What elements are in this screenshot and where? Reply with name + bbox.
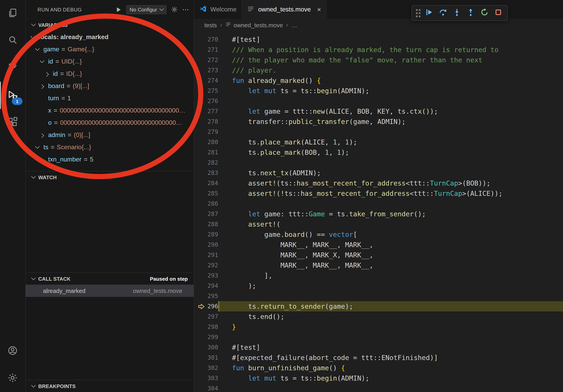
line-number[interactable]: 302 xyxy=(194,363,218,373)
activity-item-source-control[interactable] xyxy=(0,54,25,82)
code-line-282[interactable]: 282 xyxy=(194,157,563,168)
code-line-276[interactable]: 276 xyxy=(194,96,563,106)
line-number[interactable]: 298 xyxy=(194,322,218,332)
code-line-299[interactable]: 299 xyxy=(194,332,563,342)
breadcrumb-item-3[interactable]: … xyxy=(291,22,297,28)
chevron-down-icon[interactable] xyxy=(36,145,43,149)
line-number[interactable]: 274 xyxy=(194,75,218,86)
code-text[interactable]: MARK__, MARK__, MARK__, xyxy=(218,240,563,250)
code-line-281[interactable]: 281 ts.place_mark(BOB, 1, 1); xyxy=(194,147,563,157)
debug-config-dropdown[interactable]: No Configur xyxy=(126,5,166,14)
code-line-280[interactable]: 280 ts.place_mark(ALICE, 1, 1); xyxy=(194,137,563,147)
code-line-270[interactable]: 270#[test] xyxy=(194,34,563,45)
code-line-301[interactable]: 301#[expected_failure(abort_code = ttt::… xyxy=(194,353,563,363)
code-text[interactable]: ); xyxy=(218,281,563,291)
breadcrumb-item-1[interactable]: tests xyxy=(204,22,217,28)
code-text[interactable]: #[test] xyxy=(218,34,563,45)
code-text[interactable]: ts.place_mark(ALICE, 1, 1); xyxy=(218,137,563,147)
code-text[interactable]: assert!(ts::has_most_recent_for_address<… xyxy=(218,178,563,188)
code-text[interactable]: let game: ttt::Game = ts.take_from_sende… xyxy=(218,209,563,219)
variable-row-x[interactable]: x=0000000000000000000000000000000000… xyxy=(25,104,194,117)
code-text[interactable] xyxy=(218,383,563,392)
line-number[interactable]: 304 xyxy=(194,383,218,392)
step-into-button[interactable] xyxy=(450,7,463,19)
variable-row-game[interactable]: game=Game{...} xyxy=(25,43,194,55)
line-number[interactable]: 297 xyxy=(194,312,218,322)
code-text[interactable]: MARK__, MARK_X, MARK__, xyxy=(218,250,563,260)
code-text[interactable]: fun already_marked() { xyxy=(218,75,563,86)
code-line-283[interactable]: 283 ts.next_tx(ADMIN); xyxy=(194,168,563,178)
breadcrumb-item-2[interactable]: owned_tests.move xyxy=(225,21,283,28)
line-number[interactable]: 278 xyxy=(194,117,218,127)
more-actions-icon[interactable]: ⋯ xyxy=(182,6,189,13)
line-number[interactable]: 303 xyxy=(194,373,218,383)
code-line-291[interactable]: 291 MARK__, MARK_X, MARK__, xyxy=(194,250,563,260)
variable-row-o[interactable]: o=000000000000000000000000000000000… xyxy=(25,117,194,129)
line-number[interactable]: 299 xyxy=(194,332,218,342)
debug-toolbar-gripper[interactable] xyxy=(415,8,422,18)
line-number[interactable]: 280 xyxy=(194,137,218,147)
code-line-298[interactable]: 298} xyxy=(194,322,563,332)
code-line-285[interactable]: 285 assert!(!ts::has_most_recent_for_add… xyxy=(194,188,563,198)
restart-button[interactable] xyxy=(478,7,491,19)
code-text[interactable]: transfer::public_transfer(game, ADMIN); xyxy=(218,117,563,127)
code-line-292[interactable]: 292 MARK__, MARK__, MARK__, xyxy=(194,260,563,270)
code-text[interactable] xyxy=(218,157,563,168)
code-line-293[interactable]: 293 ], xyxy=(194,270,563,281)
variable-row-id[interactable]: id=ID{...} xyxy=(25,67,194,80)
breakpoints-section-header[interactable]: BREAKPOINTS xyxy=(25,380,194,392)
variable-row-id[interactable]: id=UID{...} xyxy=(25,55,194,67)
line-number[interactable]: 270 xyxy=(194,34,218,45)
code-text[interactable]: #[expected_failure(abort_code = ttt::ENo… xyxy=(218,353,563,363)
call-stack-section-header[interactable]: CALL STACK Paused on step xyxy=(25,272,194,285)
line-number[interactable]: 281 xyxy=(194,147,218,157)
stop-button[interactable] xyxy=(492,7,505,19)
chevron-right-icon[interactable] xyxy=(40,84,48,87)
activity-item-run-debug[interactable]: 1 xyxy=(0,82,25,109)
line-number[interactable]: 294 xyxy=(194,281,218,291)
step-over-button[interactable] xyxy=(436,7,449,19)
line-number[interactable]: 277 xyxy=(194,106,218,117)
code-line-272[interactable]: 272/// the player who made the "false" m… xyxy=(194,55,563,65)
code-text[interactable]: ts.end(); xyxy=(218,312,563,322)
line-number[interactable]: 273 xyxy=(194,65,218,75)
line-number[interactable]: 295 xyxy=(194,291,218,301)
code-line-300[interactable]: 300#[test] xyxy=(194,342,563,353)
variable-row-admin[interactable]: admin=(0)[...] xyxy=(25,129,194,141)
debug-settings-gear-icon[interactable] xyxy=(171,6,178,13)
variable-row-turn[interactable]: turn=1 xyxy=(25,92,194,104)
line-number[interactable]: 283 xyxy=(194,168,218,178)
chevron-right-icon[interactable] xyxy=(40,133,48,136)
continue-button[interactable] xyxy=(422,7,435,19)
code-line-278[interactable]: 278 transfer::public_transfer(game, ADMI… xyxy=(194,117,563,127)
code-text[interactable]: #[test] xyxy=(218,342,563,353)
code-line-275[interactable]: 275 let mut ts = ts::begin(ADMIN); xyxy=(194,86,563,96)
line-number[interactable]: 282 xyxy=(194,157,218,168)
chevron-down-icon[interactable] xyxy=(40,60,48,63)
activity-item-explorer[interactable] xyxy=(0,0,25,27)
line-number[interactable]: 300 xyxy=(194,342,218,353)
start-debug-button[interactable] xyxy=(115,6,122,13)
line-number[interactable]: 284 xyxy=(194,178,218,188)
code-text[interactable]: let game = ttt::new(ALICE, BOB, KEY, ts.… xyxy=(218,106,563,117)
variable-row-ts[interactable]: ts=Scenario{...} xyxy=(25,141,194,153)
code-text[interactable]: ts.return_to_sender(game); xyxy=(218,301,563,312)
code-line-294[interactable]: 294 ); xyxy=(194,281,563,291)
code-text[interactable]: game.board() == vector[ xyxy=(218,229,563,240)
code-text[interactable] xyxy=(218,96,563,106)
line-number[interactable]: 276 xyxy=(194,96,218,106)
chevron-right-icon[interactable] xyxy=(45,72,53,75)
variable-row-txn_number[interactable]: txn_number=5 xyxy=(25,153,194,165)
code-text[interactable]: assert!(!ts::has_most_recent_for_address… xyxy=(218,188,563,198)
code-line-296[interactable]: 296 ts.return_to_sender(game); xyxy=(194,301,563,312)
code-text[interactable]: let mut ts = ts::begin(ADMIN); xyxy=(218,373,563,383)
activity-item-settings[interactable] xyxy=(0,365,25,392)
variable-row-scope[interactable]: locals: already_marked xyxy=(25,31,194,43)
line-number[interactable]: 301 xyxy=(194,353,218,363)
code-text[interactable]: ts.place_mark(BOB, 1, 1); xyxy=(218,147,563,157)
code-text[interactable] xyxy=(218,127,563,137)
activity-item-search[interactable] xyxy=(0,27,25,54)
line-number[interactable]: 288 xyxy=(194,219,218,229)
code-line-274[interactable]: 274fun already_marked() { xyxy=(194,75,563,86)
line-number[interactable]: 291 xyxy=(194,250,218,260)
